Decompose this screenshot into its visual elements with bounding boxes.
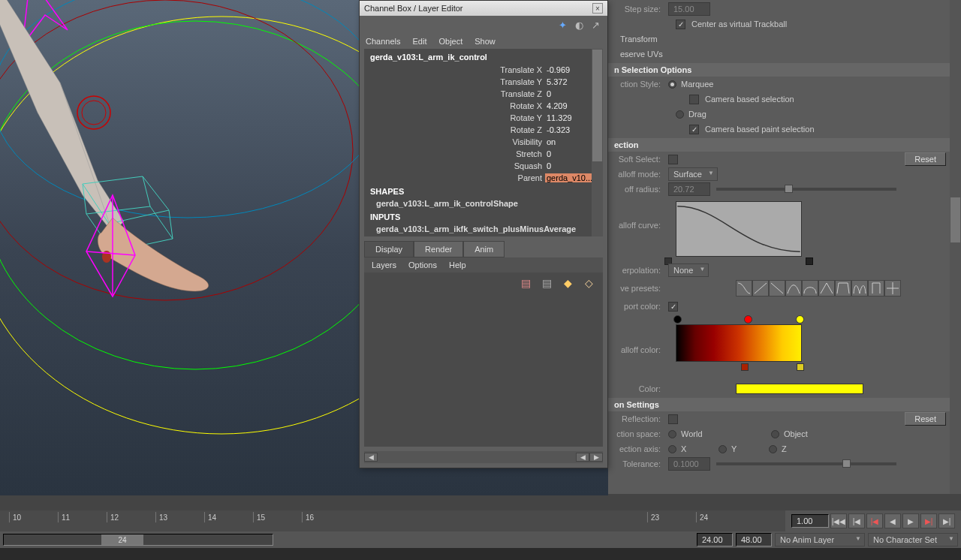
channel-scrollbar[interactable] [592, 49, 603, 236]
port-color-checkbox[interactable] [668, 302, 678, 312]
attr-value[interactable]: -0.323 [545, 125, 592, 134]
playback-speed-field[interactable]: 1.00 [791, 514, 829, 528]
curve-preset-6[interactable] [818, 280, 835, 297]
show-menu[interactable]: Show [474, 37, 496, 46]
attr-label[interactable]: Visibility [364, 137, 545, 146]
display-tab[interactable]: Display [364, 241, 414, 257]
shape-node[interactable]: gerda_v103:L_arm_ik_controlShape [364, 197, 592, 209]
layers-menu[interactable]: Layers [372, 260, 396, 269]
attr-label[interactable]: Rotate Z [364, 125, 545, 134]
tolerance-field[interactable]: 0.1000 [668, 457, 710, 471]
selected-object-name[interactable]: gerda_v103:L_arm_ik_control [364, 50, 592, 64]
panel-scrollbar[interactable] [950, 0, 961, 494]
attr-label[interactable]: Parent [364, 173, 545, 182]
gradient-handle-mid[interactable] [741, 363, 749, 371]
falloff-mode-dropdown[interactable]: Surface [668, 167, 718, 181]
layer-icon-3[interactable]: ◆ [561, 277, 574, 289]
play-forward-button[interactable]: ▶ [902, 513, 919, 528]
sync-icon[interactable]: ◐ [573, 19, 585, 31]
layer-icon-1[interactable]: ▤ [519, 277, 532, 289]
attr-value[interactable]: 5.372 [545, 77, 592, 86]
play-backward-button[interactable]: ◀ [884, 513, 901, 528]
attr-label[interactable]: Squash [364, 161, 545, 170]
curve-preset-1[interactable] [736, 280, 752, 297]
attr-label[interactable]: Translate Z [364, 89, 545, 98]
curve-handle-right[interactable] [806, 257, 813, 265]
gradient-handle-right[interactable] [797, 363, 804, 371]
range-start-field[interactable]: 24.00 [697, 533, 733, 546]
attr-value[interactable]: 0 [545, 89, 592, 98]
close-icon[interactable]: × [592, 3, 603, 14]
curve-preset-9[interactable] [868, 280, 884, 297]
time-slider[interactable]: 101112131415162324 1.00 |◀◀ |◀ |◀ ◀ ▶ ▶|… [0, 510, 961, 531]
y-axis-radio[interactable] [718, 445, 727, 453]
object-radio[interactable] [771, 430, 779, 438]
attr-value[interactable]: 11.329 [545, 113, 592, 122]
layer-icon-4[interactable]: ◇ [582, 277, 595, 289]
attr-value[interactable]: 0 [545, 149, 592, 158]
step-forward-frame-button[interactable]: ▶| [920, 513, 937, 528]
attr-label[interactable]: Translate Y [364, 77, 545, 86]
step-forward-key-button[interactable]: ▶| [938, 513, 955, 528]
marquee-radio[interactable] [668, 80, 676, 89]
soft-select-checkbox[interactable] [668, 155, 678, 164]
scroll-right-icon[interactable]: ▶ [589, 453, 603, 462]
step-back-frame-button[interactable]: |◀ [866, 513, 883, 528]
anim-layer-dropdown[interactable]: No Anim Layer [775, 533, 865, 546]
tolerance-slider[interactable] [716, 462, 896, 465]
object-menu[interactable]: Object [438, 37, 462, 46]
falloff-radius-slider[interactable] [716, 188, 896, 191]
range-slider-track[interactable]: 24 [3, 534, 273, 546]
layer-icon-2[interactable]: ▤ [540, 277, 553, 289]
world-radio[interactable] [668, 430, 676, 438]
scroll-inner-left-icon[interactable]: ◀ [576, 453, 589, 462]
gradient-stop-black[interactable] [673, 315, 682, 324]
reflection-settings-section[interactable]: on Settings [608, 398, 961, 411]
curve-preset-10[interactable] [884, 280, 901, 297]
character-set-dropdown[interactable]: No Character Set [868, 533, 958, 546]
attr-label[interactable]: Translate X [364, 65, 545, 74]
reflection-reset-button[interactable]: Reset [905, 412, 946, 426]
step-size-field[interactable]: 15.00 [668, 2, 710, 16]
range-handle[interactable]: 24 [101, 534, 143, 545]
attr-value[interactable]: on [545, 137, 592, 146]
attr-label[interactable]: Rotate Y [364, 113, 545, 122]
curve-preset-8[interactable] [851, 280, 868, 297]
gradient-stop-yellow[interactable] [796, 315, 804, 324]
options-menu[interactable]: Options [408, 260, 437, 269]
help-menu[interactable]: Help [449, 260, 466, 269]
interpolation-dropdown[interactable]: None [668, 263, 709, 277]
camera-based-paint-checkbox[interactable] [689, 125, 699, 134]
channels-menu[interactable]: Channels [366, 37, 400, 46]
center-trackball-checkbox[interactable] [676, 20, 685, 29]
curve-preset-5[interactable] [802, 280, 818, 297]
falloff-color-gradient[interactable] [676, 324, 802, 362]
color-swatch[interactable] [736, 384, 863, 394]
z-axis-radio[interactable] [769, 445, 777, 453]
window-titlebar[interactable]: Channel Box / Layer Editor × [360, 1, 607, 16]
step-back-key-button[interactable]: |◀ [848, 513, 865, 528]
attr-value[interactable]: 4.209 [545, 101, 592, 110]
curve-preset-3[interactable] [769, 280, 785, 297]
scroll-left-icon[interactable]: ◀ [364, 453, 378, 462]
curve-preset-4[interactable] [785, 280, 802, 297]
soft-selection-section[interactable]: ection [608, 138, 961, 152]
curve-preset-7[interactable] [835, 280, 851, 297]
falloff-radius-field[interactable]: 20.72 [668, 182, 710, 196]
attr-label[interactable]: Stretch [364, 149, 545, 158]
attr-label[interactable]: Rotate X [364, 101, 545, 110]
attr-value[interactable]: -0.969 [545, 65, 592, 74]
x-axis-radio[interactable] [668, 445, 676, 453]
attr-value[interactable]: gerda_v10... [545, 173, 592, 182]
expand-icon[interactable]: ↗ [589, 19, 601, 31]
camera-based-selection-checkbox[interactable] [689, 95, 699, 104]
falloff-curve-editor[interactable] [676, 201, 802, 257]
curve-preset-2[interactable] [752, 280, 769, 297]
selection-options-section[interactable]: n Selection Options [608, 63, 961, 77]
reflection-checkbox[interactable] [668, 414, 678, 424]
manipulator-icon[interactable]: ✦ [556, 19, 568, 31]
edit-menu[interactable]: Edit [412, 37, 426, 46]
render-tab[interactable]: Render [414, 241, 463, 257]
anim-tab[interactable]: Anim [463, 241, 505, 257]
go-to-start-button[interactable]: |◀◀ [830, 513, 847, 528]
